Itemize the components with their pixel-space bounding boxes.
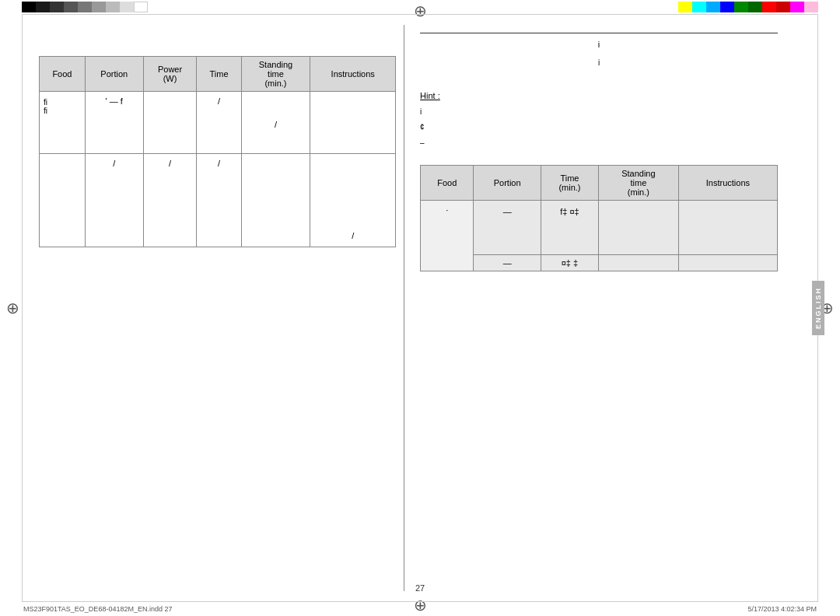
page-border-bottom bbox=[22, 601, 818, 602]
col-standing: Standingtime(min.) bbox=[241, 57, 310, 92]
row1-power bbox=[143, 92, 197, 154]
row2-time: / bbox=[197, 154, 241, 247]
footer-left: MS23F901TAS_EO_DE68-04182M_EN.indd 27 bbox=[23, 605, 172, 613]
bt-col-standing: Standingtime(min.) bbox=[598, 166, 678, 201]
black-swatches bbox=[22, 2, 148, 12]
footer-right: 5/17/2013 4:02:34 PM bbox=[747, 605, 817, 613]
row1-instructions bbox=[310, 92, 396, 154]
page-border-top bbox=[22, 14, 818, 15]
row1-portion: ' — f bbox=[85, 92, 143, 154]
page-border-left bbox=[22, 14, 23, 602]
bt-row2-portion: — bbox=[474, 255, 541, 271]
color-swatches bbox=[678, 2, 818, 12]
bt-row1-portion: — bbox=[474, 201, 541, 255]
english-sidebar: ENGLISH bbox=[812, 281, 824, 335]
bt-row1-food: · bbox=[421, 201, 474, 271]
body-text-1: i bbox=[420, 58, 778, 67]
bt-col-portion: Portion bbox=[474, 166, 541, 201]
section-title: i bbox=[420, 40, 778, 49]
row1-standing: / bbox=[241, 92, 310, 154]
bt-row1-standing bbox=[598, 201, 678, 255]
col-portion: Portion bbox=[85, 57, 143, 92]
bt-col-food: Food bbox=[421, 166, 474, 201]
top-section-line bbox=[420, 33, 778, 33]
bt-row2-standing bbox=[598, 255, 678, 271]
row1-time: / bbox=[197, 92, 241, 154]
page-number: 27 bbox=[415, 583, 425, 593]
hint-body: i ¢ – bbox=[420, 106, 778, 149]
left-mid-registration: ⊕ bbox=[6, 299, 19, 317]
col-food: Food bbox=[40, 57, 86, 92]
row1-food: fifi bbox=[40, 92, 86, 154]
hint-label: Hint : bbox=[420, 91, 440, 100]
bottom-table: Food Portion Time(min.) Standingtime(min… bbox=[420, 165, 778, 271]
bt-row2-time: ¤‡ ‡ bbox=[541, 255, 599, 271]
left-table: Food Portion Power(W) Time Standingtime(… bbox=[39, 56, 396, 247]
row2-power: / bbox=[143, 154, 197, 247]
right-column: i i Hint : i ¢ – Food Portion Time(min.)… bbox=[404, 17, 817, 599]
bt-col-time: Time(min.) bbox=[541, 166, 599, 201]
left-column: Food Portion Power(W) Time Standingtime(… bbox=[23, 17, 404, 599]
row2-instructions: / bbox=[310, 154, 396, 247]
bt-row2-instructions bbox=[678, 255, 777, 271]
row2-standing bbox=[241, 154, 310, 247]
row2-portion: / bbox=[85, 154, 143, 247]
col-time: Time bbox=[197, 57, 241, 92]
col-power: Power(W) bbox=[143, 57, 197, 92]
bt-row1-instructions bbox=[678, 201, 777, 255]
bt-row1-time: f‡ ¤‡ bbox=[541, 201, 599, 255]
row2-food bbox=[40, 154, 86, 247]
col-instructions: Instructions bbox=[310, 57, 396, 92]
bt-col-instructions: Instructions bbox=[678, 166, 777, 201]
hint-section: Hint : i ¢ – bbox=[420, 90, 778, 149]
